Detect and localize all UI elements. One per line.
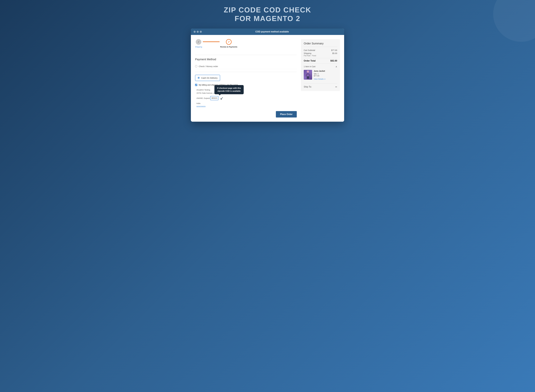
browser-dot-2 bbox=[197, 31, 199, 33]
shipping-row: Shipping $5.00 bbox=[304, 52, 337, 54]
step-payments: ✓ Review & Payments bbox=[220, 39, 237, 48]
zipcode-value: 383221 bbox=[210, 96, 218, 100]
address-city: ANAND, Gujarat bbox=[196, 97, 210, 99]
svg-rect-1 bbox=[307, 76, 308, 79]
address-country: India bbox=[196, 102, 297, 105]
main-content: ✓ Shipping ✓ Review & Payments Payment M… bbox=[195, 39, 297, 117]
place-order-row: Place Order bbox=[195, 108, 297, 117]
billing-address-checkbox-row[interactable]: My billing and shipping address are the … bbox=[195, 84, 297, 86]
cod-payment-box[interactable]: Cash On Delivery bbox=[195, 75, 220, 81]
order-summary-sidebar: Order Summary Cart Subtotal $77.00 Shipp… bbox=[301, 39, 340, 91]
browser-titlebar: COD payment method available bbox=[191, 28, 344, 35]
shipping-method-row: Flat Rate - Fixed bbox=[304, 55, 337, 57]
order-total-label: Order Total bbox=[304, 60, 316, 62]
shipping-label: Shipping bbox=[304, 52, 311, 54]
browser-dot-1 bbox=[194, 31, 196, 33]
page-title: ZIP CODE COD CHECK FOR MAGENTO 2 bbox=[224, 5, 311, 23]
cart-item-price: $77.00 bbox=[314, 75, 337, 77]
zipcode-container: 383221 If checkout page with this zipcod… bbox=[210, 95, 223, 102]
payment-cod-label: Cash On Delivery bbox=[201, 77, 218, 79]
cart-chevron-icon: ∧ bbox=[336, 65, 337, 68]
section-divider bbox=[195, 55, 297, 55]
shipping-method-label: Flat Rate - Fixed bbox=[304, 55, 316, 57]
browser-window: COD payment method available ✓ Shipping … bbox=[191, 28, 344, 122]
billing-same-checkbox[interactable] bbox=[195, 84, 197, 86]
ship-to-label: Ship To: bbox=[304, 86, 312, 88]
shipping-value: $5.00 bbox=[332, 52, 337, 54]
step-shipping-label: Shipping bbox=[195, 46, 202, 48]
edit-icon[interactable]: ✏ bbox=[335, 86, 337, 88]
step-payments-label: Review & Payments bbox=[220, 46, 237, 48]
step-payments-circle: ✓ bbox=[226, 39, 232, 45]
svg-point-0 bbox=[307, 70, 309, 73]
address-city-zip: ANAND, Gujarat 383221 If checkout page w… bbox=[196, 95, 297, 102]
progress-steps: ✓ Shipping ✓ Review & Payments bbox=[195, 39, 297, 49]
cart-item-name: Juno Jacket bbox=[314, 70, 337, 72]
payment-radio-check[interactable] bbox=[195, 65, 197, 67]
cart-items-row[interactable]: 1 Item in Cart ∧ bbox=[304, 64, 337, 68]
browser-content: ✓ Shipping ✓ Review & Payments Payment M… bbox=[191, 35, 344, 122]
step-shipping: ✓ Shipping bbox=[195, 39, 202, 48]
payment-option-check[interactable]: Check / Money order bbox=[195, 64, 297, 69]
order-total-value: $82.00 bbox=[330, 60, 337, 62]
place-order-button[interactable]: Place Order bbox=[276, 111, 297, 117]
ship-to-row: Ship To: ✏ bbox=[304, 84, 337, 88]
cart-items-label: 1 Item in Cart bbox=[304, 65, 315, 68]
cart-item-image bbox=[304, 70, 312, 80]
view-details-chevron: ∨ bbox=[324, 78, 326, 80]
cart-item: Juno Jacket Qty: 1 $77.00 View Details ∨ bbox=[304, 70, 337, 82]
order-total-row: Order Total $82.00 bbox=[304, 58, 337, 62]
cart-subtotal-row: Cart Subtotal $77.00 bbox=[304, 49, 337, 51]
address-phone[interactable]: 909009009 bbox=[196, 106, 205, 107]
view-details-link[interactable]: View Details ∨ bbox=[314, 78, 326, 80]
view-details-text: View Details bbox=[314, 78, 324, 80]
address-street: 15731 Gale Avenue, california, bbox=[196, 91, 297, 95]
cart-item-qty: Qty: 1 bbox=[314, 73, 337, 75]
step-shipping-circle: ✓ bbox=[196, 39, 201, 45]
payment-check-label: Check / Money order bbox=[199, 65, 218, 68]
order-summary-title: Order Summary bbox=[304, 42, 337, 47]
address-block: shuabhm Testing 15731 Gale Avenue, calif… bbox=[196, 88, 297, 108]
cart-subtotal-value: $77.00 bbox=[331, 49, 337, 51]
svg-rect-2 bbox=[308, 76, 309, 79]
payment-radio-cod[interactable] bbox=[198, 77, 200, 79]
cod-tooltip: If checkout page with this zipcode COD i… bbox=[214, 85, 244, 94]
browser-dot-3 bbox=[200, 31, 202, 33]
cart-item-details: Juno Jacket Qty: 1 $77.00 View Details ∨ bbox=[314, 70, 337, 80]
step-connector bbox=[203, 42, 220, 42]
browser-title: COD payment method available bbox=[203, 30, 341, 33]
payment-section-title: Payment Method bbox=[195, 58, 297, 61]
arrow-icon: ↙ bbox=[220, 95, 223, 102]
address-name: shuabhm Testing bbox=[196, 88, 297, 91]
cart-subtotal-label: Cart Subtotal bbox=[304, 49, 315, 51]
